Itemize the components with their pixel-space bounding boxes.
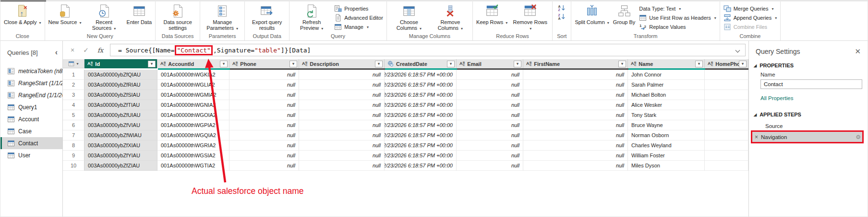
- cell-description[interactable]: null: [299, 151, 385, 161]
- row-number[interactable]: 10: [63, 161, 84, 171]
- column-header-description[interactable]: ABCDescription▾: [299, 59, 385, 68]
- cell-accountid[interactable]: 001As00000thWGKIA2: [157, 70, 229, 80]
- cell-email[interactable]: null: [457, 70, 523, 80]
- cell-createddate[interactable]: 2/23/2026 6:18:57 PM +00:00: [385, 110, 457, 120]
- cell-homephon[interactable]: [705, 90, 748, 100]
- cell-name[interactable]: John Connor: [628, 70, 705, 80]
- cell-homephon[interactable]: [705, 140, 748, 151]
- new-source-button[interactable]: New Source ▾: [47, 2, 84, 33]
- cell-id[interactable]: 003As00000ybZfTIAU: [84, 100, 157, 110]
- cell-homephon[interactable]: [705, 70, 748, 80]
- cell-description[interactable]: null: [299, 161, 385, 171]
- cell-email[interactable]: null: [457, 110, 523, 120]
- cell-id[interactable]: 003As00000ybZfWIAU: [84, 130, 157, 140]
- row-number[interactable]: 6: [63, 120, 84, 130]
- sidebar-item-contact[interactable]: Contact: [0, 137, 62, 149]
- cell-homephon[interactable]: [705, 100, 748, 110]
- cell-homephon[interactable]: [705, 151, 748, 161]
- cell-createddate[interactable]: 2/23/2026 6:18:57 PM +00:00: [385, 80, 457, 90]
- discard-formula-icon[interactable]: ×: [71, 46, 74, 54]
- cell-firstname[interactable]: null: [523, 80, 628, 90]
- cell-id[interactable]: 003As00000ybZfRIAU: [84, 80, 157, 90]
- column-header-createddate[interactable]: CreatedDate▾: [385, 59, 457, 68]
- filter-button[interactable]: ▾: [514, 61, 521, 67]
- cell-phone[interactable]: null: [229, 90, 299, 100]
- cell-firstname[interactable]: null: [523, 151, 628, 161]
- cell-id[interactable]: 003As00000ybZfSIAU: [84, 90, 157, 100]
- query-name-input[interactable]: [760, 79, 862, 89]
- cell-accountid[interactable]: 001As00000thWGPIA2: [157, 120, 229, 130]
- cell-name[interactable]: Norman Osborn: [628, 130, 705, 140]
- cell-homephon[interactable]: [705, 110, 748, 120]
- cell-name[interactable]: Alice Wesker: [628, 100, 705, 110]
- cell-name[interactable]: Michael Bolton: [628, 90, 705, 100]
- filter-button[interactable]: ▾: [447, 61, 455, 67]
- use-first-row-as-headers-button[interactable]: Use First Row as Headers ▾: [639, 13, 716, 22]
- enter-data-button[interactable]: Enter Data: [125, 2, 154, 33]
- applied-steps-section-header[interactable]: ◢ APPLIED STEPS: [749, 112, 868, 117]
- step-settings-gear-icon[interactable]: ⚙: [856, 134, 861, 140]
- data-type-button[interactable]: Data Type: Text ▾: [639, 4, 716, 13]
- close-apply-button[interactable]: ×↑ Close & Apply ▾: [2, 2, 43, 33]
- advanced-editor-button[interactable]: Advanced Editor: [334, 13, 383, 22]
- cell-email[interactable]: null: [457, 140, 523, 151]
- properties-button[interactable]: Properties: [334, 4, 383, 13]
- sidebar-item-rangeend-1-1-202[interactable]: RangeEnd (1/1/202...: [0, 89, 62, 101]
- sidebar-item-rangestart-1-1-20[interactable]: RangeStart (1/1/20...: [0, 77, 62, 89]
- cell-description[interactable]: null: [299, 90, 385, 100]
- cell-phone[interactable]: null: [229, 161, 299, 171]
- cell-email[interactable]: null: [457, 130, 523, 140]
- select-all-corner-button[interactable]: ▾: [63, 59, 84, 68]
- cell-phone[interactable]: null: [229, 70, 299, 80]
- cell-description[interactable]: null: [299, 140, 385, 151]
- formula-expand-icon[interactable]: [735, 48, 740, 53]
- cell-phone[interactable]: null: [229, 110, 299, 120]
- cell-accountid[interactable]: 001As00000thWGSIA2: [157, 151, 229, 161]
- row-number[interactable]: 1: [63, 70, 84, 80]
- cell-firstname[interactable]: null: [523, 70, 628, 80]
- cell-accountid[interactable]: 001As00000thWGLIA2: [157, 80, 229, 90]
- cell-name[interactable]: Bruce Wayne: [628, 120, 705, 130]
- cell-accountid[interactable]: 001As00000thWGTIA2: [157, 161, 229, 171]
- cell-name[interactable]: Tony Stark: [628, 110, 705, 120]
- cell-homephon[interactable]: [705, 120, 748, 130]
- cell-homephon[interactable]: [705, 161, 748, 171]
- sidebar-item-query1[interactable]: Query1: [0, 101, 62, 113]
- sidebar-item-user[interactable]: User: [0, 149, 62, 161]
- cell-createddate[interactable]: 2/23/2026 6:18:57 PM +00:00: [385, 140, 457, 151]
- close-panel-icon[interactable]: ✕: [855, 47, 861, 56]
- cell-createddate[interactable]: 2/23/2026 6:18:57 PM +00:00: [385, 70, 457, 80]
- sidebar-item-metricatoken-n84[interactable]: metricaToken (n84...: [0, 65, 62, 77]
- column-header-homephon[interactable]: ABCHomePhon▾: [705, 59, 748, 68]
- cell-phone[interactable]: null: [229, 130, 299, 140]
- row-number[interactable]: 9: [63, 151, 84, 161]
- cell-createddate[interactable]: 2/23/2026 6:18:57 PM +00:00: [385, 130, 457, 140]
- cell-createddate[interactable]: 2/23/2026 6:18:57 PM +00:00: [385, 161, 457, 171]
- cell-phone[interactable]: null: [229, 100, 299, 110]
- cell-id[interactable]: 003As00000ybZfXIAU: [84, 140, 157, 151]
- collapse-pane-icon[interactable]: ‹: [55, 49, 58, 56]
- all-properties-link[interactable]: All Properties: [749, 95, 868, 101]
- cell-email[interactable]: null: [457, 80, 523, 90]
- cell-id[interactable]: 003As00000ybZfYIAU: [84, 151, 157, 161]
- column-header-accountid[interactable]: ABCAccountId▾: [157, 59, 229, 68]
- cell-accountid[interactable]: 001As00000thWGRIA2: [157, 140, 229, 151]
- cell-email[interactable]: null: [457, 161, 523, 171]
- recent-sources-button[interactable]: Recent Sources ▾: [84, 2, 125, 33]
- cell-phone[interactable]: null: [229, 151, 299, 161]
- delete-step-icon[interactable]: ×: [755, 134, 758, 140]
- cell-createddate[interactable]: 2/23/2026 6:18:57 PM +00:00: [385, 100, 457, 110]
- row-number[interactable]: 3: [63, 90, 84, 100]
- cell-name[interactable]: William Foster: [628, 151, 705, 161]
- column-header-phone[interactable]: ABCPhone▾: [229, 59, 299, 68]
- manage-button[interactable]: Manage ▾: [334, 23, 383, 31]
- cell-description[interactable]: null: [299, 120, 385, 130]
- cell-id[interactable]: 003As00000ybZfZIAU: [84, 161, 157, 171]
- append-queries-button[interactable]: Append Queries ▾: [723, 13, 777, 22]
- filter-button[interactable]: ▾: [739, 61, 747, 67]
- commit-formula-icon[interactable]: ✓: [83, 46, 89, 54]
- cell-homephon[interactable]: [705, 130, 748, 140]
- cell-createddate[interactable]: 2/23/2026 6:18:57 PM +00:00: [385, 151, 457, 161]
- cell-firstname[interactable]: null: [523, 140, 628, 151]
- cell-email[interactable]: null: [457, 100, 523, 110]
